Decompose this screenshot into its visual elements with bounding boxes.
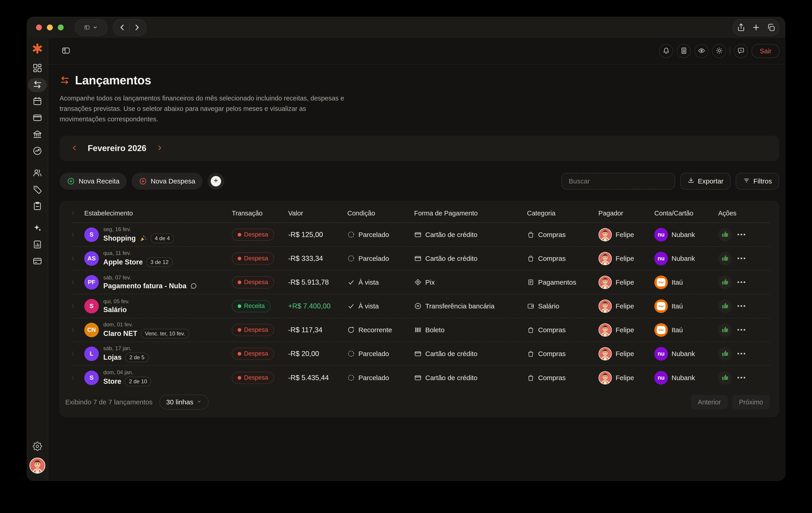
table-row[interactable]: AS qua, 11 fev. Apple Store 3 de 12 Desp… bbox=[72, 247, 770, 271]
row-checkbox[interactable] bbox=[72, 327, 74, 332]
filter-icon bbox=[743, 177, 750, 186]
column-header: Transação bbox=[232, 210, 288, 217]
row-menu-button[interactable]: ••• bbox=[737, 374, 746, 381]
transaction-type-badge: Despesa bbox=[232, 372, 274, 384]
row-checkbox[interactable] bbox=[72, 375, 74, 380]
table-row[interactable]: S seg, 16 fev. Shopping 4 de 4 Despesa -… bbox=[72, 223, 770, 247]
sidebar-item-dashboard[interactable] bbox=[28, 61, 47, 76]
zoom-window-button[interactable] bbox=[58, 25, 64, 30]
condition-icon bbox=[347, 278, 355, 286]
transactions-icon bbox=[60, 75, 70, 85]
bell-button[interactable] bbox=[659, 44, 673, 58]
sidebar-item-accounts[interactable] bbox=[28, 254, 47, 269]
next-month-button[interactable] bbox=[156, 144, 163, 153]
table-row[interactable]: S qui, 05 fev. Salário Receita +R$ 7.400… bbox=[72, 294, 770, 318]
quick-add-button[interactable] bbox=[207, 173, 224, 190]
merchant-info: qui, 05 fev. Salário bbox=[103, 298, 129, 314]
condition-label: Parcelado bbox=[358, 374, 389, 382]
new-income-button[interactable]: Nova Receita bbox=[60, 173, 127, 190]
row-checkbox[interactable] bbox=[72, 280, 74, 285]
user-avatar[interactable] bbox=[29, 457, 46, 474]
tabs-icon[interactable] bbox=[767, 23, 775, 32]
condition-icon bbox=[347, 231, 355, 238]
row-menu-button[interactable]: ••• bbox=[737, 255, 746, 262]
minimize-window-button[interactable] bbox=[47, 25, 53, 30]
row-checkbox[interactable] bbox=[72, 351, 74, 356]
row-checkbox[interactable] bbox=[72, 232, 74, 237]
eye-button[interactable] bbox=[694, 44, 708, 58]
sidebar-toggle-icon bbox=[84, 25, 90, 30]
merchant-info: seg, 16 fev. Shopping 4 de 4 bbox=[103, 226, 174, 243]
bank-logo: itaú bbox=[654, 299, 668, 313]
sidebar-item-clipboard[interactable] bbox=[28, 199, 47, 213]
previous-month-button[interactable] bbox=[71, 144, 78, 153]
column-header: Ações bbox=[718, 210, 770, 217]
app-logo[interactable] bbox=[32, 43, 42, 54]
sidebar-item-sparkles[interactable] bbox=[28, 221, 47, 236]
sun-button[interactable] bbox=[712, 44, 726, 58]
titlebar-sidebar-toggle[interactable] bbox=[75, 19, 108, 36]
comment-icon[interactable] bbox=[190, 282, 197, 290]
select-all-checkbox[interactable] bbox=[72, 211, 74, 215]
page-size-select[interactable]: 30 linhas bbox=[159, 395, 209, 410]
row-menu-button[interactable]: ••• bbox=[737, 350, 746, 357]
row-menu-button[interactable]: ••• bbox=[737, 231, 746, 238]
next-page-button[interactable]: Próximo bbox=[732, 395, 770, 409]
table-row[interactable]: CN dom, 01 fev. Claro NET Venc. ter, 10 … bbox=[72, 318, 770, 342]
chevron-down-icon bbox=[92, 25, 98, 30]
sidebar-item-transactions[interactable] bbox=[28, 78, 47, 92]
sidebar-item-settings[interactable] bbox=[28, 440, 47, 454]
eye-icon bbox=[698, 47, 705, 55]
sidebar-item-goals[interactable] bbox=[28, 144, 47, 158]
sidebar-item-users[interactable] bbox=[28, 166, 47, 180]
person-avatar-icon bbox=[29, 470, 46, 475]
sidebar-item-calendar[interactable] bbox=[28, 94, 47, 109]
chat-button[interactable] bbox=[734, 44, 748, 58]
row-menu-button[interactable]: ••• bbox=[737, 326, 746, 333]
approve-button[interactable] bbox=[718, 347, 732, 360]
table-row[interactable]: L sáb, 17 jan. Lojas 2 de 5 Despesa -R$ … bbox=[72, 342, 770, 366]
table-row[interactable]: PF sáb, 07 fev. Pagamento fatura - Nuba … bbox=[72, 271, 770, 294]
previous-page-button[interactable]: Anterior bbox=[691, 395, 728, 409]
merchant-name: Apple Store bbox=[103, 258, 143, 266]
installment-badge: 4 de 4 bbox=[151, 234, 174, 243]
payer-avatar bbox=[598, 323, 612, 337]
close-window-button[interactable] bbox=[36, 25, 42, 30]
calculator-button[interactable] bbox=[677, 44, 691, 58]
sidebar-item-credit-card[interactable] bbox=[28, 111, 47, 125]
category-label: Compras bbox=[538, 231, 566, 239]
forward-button[interactable] bbox=[133, 23, 141, 32]
approve-button[interactable] bbox=[718, 323, 732, 337]
new-expense-button[interactable]: Nova Despesa bbox=[132, 173, 203, 190]
approve-button[interactable] bbox=[718, 228, 732, 242]
approve-button[interactable] bbox=[718, 252, 732, 265]
payment-method-label: Cartão de crédito bbox=[425, 374, 477, 382]
approve-button[interactable] bbox=[718, 299, 732, 313]
back-button[interactable] bbox=[118, 23, 127, 32]
payment-method-label: Pix bbox=[425, 278, 435, 286]
new-tab-icon[interactable] bbox=[752, 23, 760, 32]
row-checkbox[interactable] bbox=[72, 256, 74, 261]
logout-button[interactable]: Sair bbox=[752, 44, 780, 58]
row-menu-button[interactable]: ••• bbox=[737, 279, 746, 286]
share-icon[interactable] bbox=[737, 23, 745, 32]
row-menu-button[interactable]: ••• bbox=[737, 302, 746, 309]
table-row[interactable]: S dom, 04 jan. Store 2 de 10 Despesa -R$… bbox=[72, 366, 770, 389]
bank-logo: nu bbox=[654, 371, 668, 385]
collapse-sidebar-button[interactable] bbox=[61, 46, 70, 56]
approve-button[interactable] bbox=[718, 275, 732, 289]
table-header-row: EstabelecimentoTransaçãoValorCondiçãoFor… bbox=[72, 204, 770, 223]
header-actions-icons bbox=[659, 44, 726, 58]
approve-button[interactable] bbox=[718, 371, 732, 385]
row-checkbox[interactable] bbox=[72, 304, 74, 308]
filters-button[interactable]: Filtros bbox=[736, 173, 779, 190]
condition-icon bbox=[347, 302, 355, 310]
sidebar-item-report[interactable] bbox=[28, 238, 47, 252]
sun-icon bbox=[716, 47, 723, 55]
search-input[interactable] bbox=[569, 177, 668, 185]
export-button[interactable]: Exportar bbox=[680, 173, 731, 190]
category-label: Compras bbox=[538, 255, 566, 262]
sidebar-item-tag[interactable] bbox=[28, 183, 47, 197]
sidebar-item-bank[interactable] bbox=[28, 128, 47, 142]
condition-label: Recorrente bbox=[358, 326, 392, 334]
